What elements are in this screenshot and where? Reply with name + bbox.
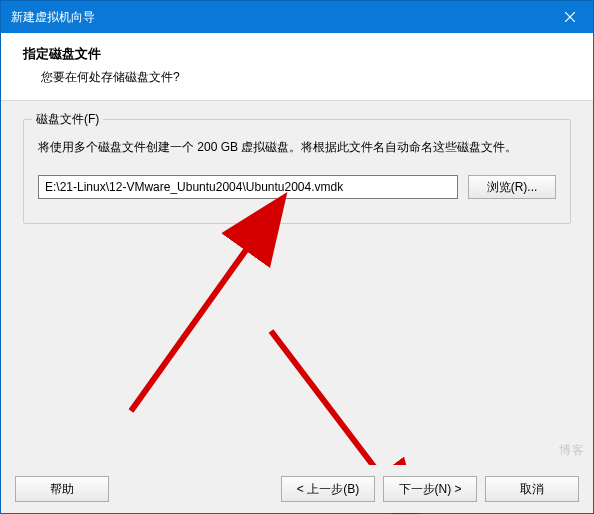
back-button[interactable]: < 上一步(B) [281,476,375,502]
help-button[interactable]: 帮助 [15,476,109,502]
close-button[interactable] [547,1,593,33]
svg-line-3 [131,236,256,411]
page-subtitle: 您要在何处存储磁盘文件? [23,69,571,86]
header-panel: 指定磁盘文件 您要在何处存储磁盘文件? [1,33,593,101]
footer-bar: 帮助 < 上一步(B) 下一步(N) > 取消 [1,465,593,513]
disk-path-input[interactable] [38,175,458,199]
group-legend: 磁盘文件(F) [32,111,103,128]
page-title: 指定磁盘文件 [23,45,571,63]
browse-button[interactable]: 浏览(R)... [468,175,556,199]
close-icon [565,12,575,22]
next-button[interactable]: 下一步(N) > [383,476,477,502]
disk-file-group: 磁盘文件(F) 将使用多个磁盘文件创建一个 200 GB 虚拟磁盘。将根据此文件… [23,119,571,224]
content-panel: 磁盘文件(F) 将使用多个磁盘文件创建一个 200 GB 虚拟磁盘。将根据此文件… [1,101,593,499]
group-description: 将使用多个磁盘文件创建一个 200 GB 虚拟磁盘。将根据此文件名自动命名这些磁… [38,138,556,157]
wizard-window: 新建虚拟机向导 指定磁盘文件 您要在何处存储磁盘文件? 磁盘文件(F) 将使用多… [0,0,594,514]
cancel-button[interactable]: 取消 [485,476,579,502]
titlebar: 新建虚拟机向导 [1,1,593,33]
window-title: 新建虚拟机向导 [11,9,95,26]
path-row: 浏览(R)... [38,175,556,199]
annotation-arrow-1 [91,221,311,434]
